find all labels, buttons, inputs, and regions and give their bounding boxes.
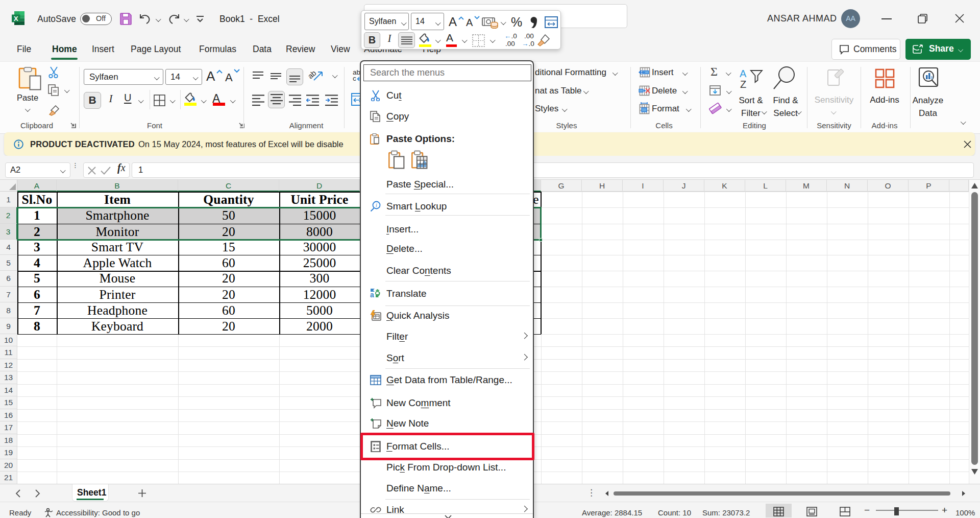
svg-text:i: i [376, 202, 377, 208]
svg-text:Z: Z [740, 79, 746, 88]
svg-text:X: X [14, 15, 18, 22]
svg-text:A: A [740, 68, 747, 79]
svg-text:a: a [370, 291, 374, 299]
